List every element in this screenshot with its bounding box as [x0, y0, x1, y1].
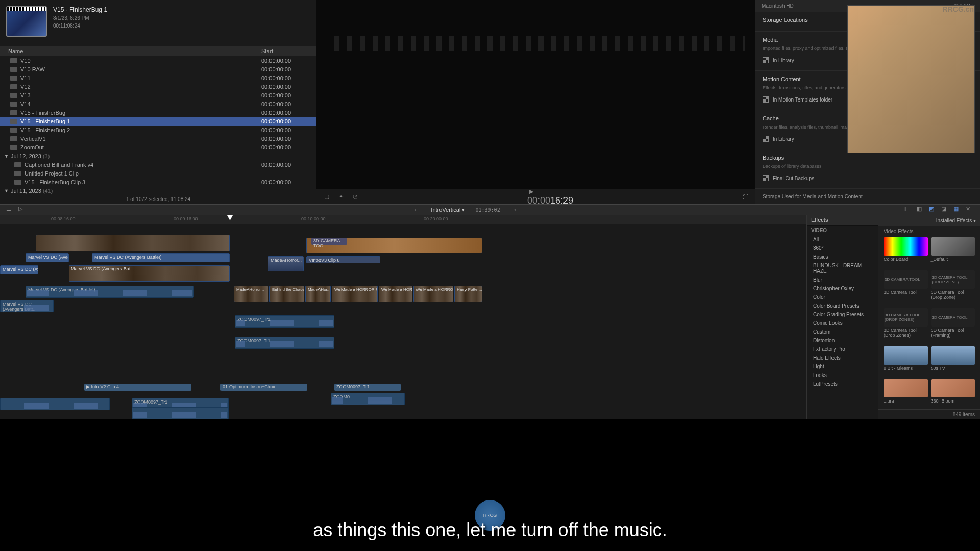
- clip-row[interactable]: V15 - FinisherBug 100:00:00:00: [0, 117, 316, 126]
- timeline-ruler[interactable]: 00:08:16:00 00:09:16:00 00:10:00:00 00:2…: [0, 215, 806, 224]
- effects-grid[interactable]: Color Board_Default3D CAMERA TOOL3D Came…: [878, 237, 980, 409]
- video-clip[interactable]: We Made a HOR...: [379, 286, 412, 302]
- title-clip[interactable]: ▶ IntroV2 Clip 4: [84, 384, 191, 391]
- effects-category-item[interactable]: Color: [807, 293, 878, 302]
- effect-item[interactable]: 3D CAMERA TOOL3D Camera Tool: [884, 270, 928, 306]
- clip-thumbnail[interactable]: [6, 6, 47, 37]
- effects-category-item[interactable]: 360°: [807, 244, 878, 253]
- audio-meters-icon[interactable]: ⫴: [904, 206, 913, 214]
- effects-category-item[interactable]: Basics: [807, 253, 878, 261]
- date-group-header[interactable]: ▼Jul 11, 2023 (41): [0, 186, 316, 194]
- effect-item[interactable]: 3D CAMERA TOOL (DROP ZONES)3D Camera Too…: [884, 308, 928, 343]
- audio-clip[interactable]: ZOOM0...: [331, 393, 405, 405]
- title-clip[interactable]: 01-Optimum_Instru+Choir: [220, 384, 307, 391]
- audio-skimming-icon[interactable]: ◩: [929, 206, 937, 214]
- clip-row[interactable]: V1100:00:00:00: [0, 73, 316, 82]
- effects-category-item[interactable]: FxFactory Pro: [807, 345, 878, 354]
- date-group-header[interactable]: ▼Jul 12, 2023 (3): [0, 152, 316, 160]
- effect-item[interactable]: ...ura: [884, 379, 928, 409]
- video-clip[interactable]: We Made a HORROR...: [413, 286, 453, 302]
- video-clip[interactable]: VIntroV3 Clip 8: [306, 256, 380, 263]
- effects-category-item[interactable]: LutPresets: [807, 380, 878, 388]
- clip-row[interactable]: VerticalV100:00:00:00: [0, 134, 316, 143]
- pointer-icon[interactable]: ▷: [18, 206, 27, 214]
- video-clip[interactable]: [36, 235, 230, 251]
- video-clip-label[interactable]: Marvel VS DC (Avengers Battle!): [69, 265, 130, 274]
- clip-row[interactable]: V15 - FinisherBug00:00:00:00: [0, 108, 316, 117]
- video-clip[interactable]: MadeAHor...: [305, 286, 331, 302]
- effect-item[interactable]: 8 Bit - Gleams: [884, 346, 928, 377]
- effect-thumbnail: [931, 379, 975, 397]
- skimming-icon[interactable]: ◧: [917, 206, 925, 214]
- title-clip[interactable]: 3D CAMERA TOOL: [311, 238, 347, 245]
- video-clip[interactable]: Behind the Chaos: [270, 286, 304, 302]
- clip-row[interactable]: V1400:00:00:00: [0, 99, 316, 108]
- effects-category-item[interactable]: Blur: [807, 276, 878, 284]
- next-edit-icon[interactable]: ›: [510, 207, 521, 213]
- video-clip[interactable]: MadeAHorror...: [234, 286, 268, 302]
- video-clip[interactable]: We Made a HORROR F...: [332, 286, 378, 302]
- clip-row[interactable]: V15 - FinisherBug 200:00:00:00: [0, 126, 316, 134]
- effects-category-item[interactable]: Distortion: [807, 336, 878, 345]
- fullscreen-icon[interactable]: ⛶: [741, 193, 749, 201]
- effects-browser-icon[interactable]: ✕: [966, 206, 974, 214]
- project-name[interactable]: IntroVertical ▾: [431, 207, 465, 213]
- timeline-tracks[interactable]: 00:08:16:00 00:09:16:00 00:10:00:00 00:2…: [0, 215, 806, 419]
- video-clip[interactable]: MadeAHorror...: [268, 256, 304, 271]
- audio-clip[interactable]: Marvel VS DC (Avengers Battle!): [26, 286, 194, 298]
- effects-category-item[interactable]: BLINDUSK - DREAM HAZE: [807, 261, 878, 276]
- audio-clip[interactable]: [132, 407, 229, 419]
- retime-icon[interactable]: ◷: [351, 193, 359, 201]
- solo-icon[interactable]: ▦: [953, 206, 962, 214]
- audio-clip[interactable]: ZOOM0097_Tr1: [235, 315, 334, 328]
- audio-clip[interactable]: ZOOM0097_Tr1: [235, 337, 334, 349]
- viewer-timecode: 00:0016:29: [527, 195, 573, 206]
- backups-location[interactable]: Final Cut Backups: [763, 173, 973, 183]
- video-clip[interactable]: Marvel VS DC (Avengers Battle!): [0, 265, 38, 274]
- clip-row[interactable]: V10 RAW00:00:00:00: [0, 65, 316, 73]
- effects-category-item[interactable]: Christopher Oxley: [807, 284, 878, 293]
- effects-category-item[interactable]: Color Grading Presets: [807, 310, 878, 319]
- clip-list[interactable]: V1000:00:00:00V10 RAW00:00:00:00V1100:00…: [0, 56, 316, 194]
- effect-item[interactable]: 50s TV: [931, 346, 975, 377]
- effects-category-item[interactable]: Light: [807, 362, 878, 371]
- col-start-header[interactable]: Start: [261, 48, 312, 54]
- effects-category-item[interactable]: Halo Effects: [807, 354, 878, 362]
- installed-effects-dropdown[interactable]: Installed Effects ▾: [936, 218, 976, 223]
- clip-row[interactable]: V1200:00:00:00: [0, 82, 316, 91]
- grid-icon: [763, 57, 769, 63]
- effect-item[interactable]: 3D CAMERA TOOL (DROP ZONE)3D Camera Tool…: [931, 270, 975, 306]
- video-clip[interactable]: Marvel VS DC (Avenge...: [26, 253, 69, 262]
- clip-row[interactable]: Captioned Bill and Frank v400:00:00:00: [0, 160, 316, 169]
- col-name-header[interactable]: Name: [4, 48, 261, 54]
- enhance-icon[interactable]: ✦: [337, 193, 345, 201]
- snapping-icon[interactable]: ◪: [941, 206, 949, 214]
- effect-item[interactable]: Color Board: [884, 237, 928, 267]
- clip-row[interactable]: V15 - FinisherBug Clip 300:00:00:00: [0, 178, 316, 186]
- effect-label: 50s TV: [931, 366, 975, 371]
- effects-category-item[interactable]: Custom: [807, 328, 878, 336]
- crop-icon[interactable]: ▢: [323, 193, 331, 201]
- effects-category-item[interactable]: Looks: [807, 371, 878, 380]
- playhead[interactable]: [230, 215, 230, 419]
- effects-category-item[interactable]: Comic Looks: [807, 319, 878, 328]
- video-clip[interactable]: Marvel VS DC (Avengers Battle!): [92, 253, 230, 262]
- effect-item[interactable]: _Default: [931, 237, 975, 267]
- prev-edit-icon[interactable]: ‹: [411, 207, 421, 213]
- clip-row[interactable]: V1000:00:00:00: [0, 56, 316, 65]
- effects-category-item[interactable]: Color Board Presets: [807, 302, 878, 310]
- viewer-content[interactable]: [316, 0, 755, 189]
- clip-row[interactable]: Untitled Project 1 Clip: [0, 169, 316, 178]
- clip-row[interactable]: V1300:00:00:00: [0, 91, 316, 99]
- effects-category-item[interactable]: All: [807, 235, 878, 244]
- audio-clip[interactable]: Marvel VS DC (Avengers Batt...: [0, 300, 54, 312]
- effects-header: Effects: [807, 215, 878, 226]
- audio-clip[interactable]: [0, 398, 110, 410]
- index-icon[interactable]: ☰: [6, 206, 14, 214]
- clip-type-icon: [10, 93, 17, 98]
- title-clip[interactable]: ZOOM0097_Tr1: [334, 384, 401, 391]
- clip-row[interactable]: ZoomOut00:00:00:00: [0, 143, 316, 152]
- video-clip[interactable]: Harry Potter...: [454, 286, 482, 302]
- effect-item[interactable]: 360° Bloom: [931, 379, 975, 409]
- effect-item[interactable]: 3D CAMERA TOOL3D Camera Tool (Framing): [931, 308, 975, 343]
